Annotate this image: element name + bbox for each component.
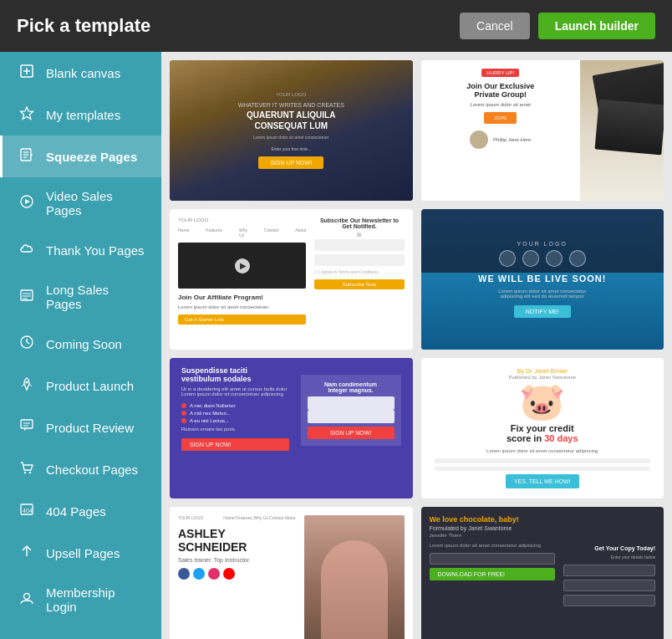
edit-icon (18, 147, 36, 166)
template-card-5[interactable]: Suspendisse taciti vestibulum sodales Ut… (170, 358, 413, 498)
sidebar-item-membership-login[interactable]: Membership Login (0, 574, 161, 626)
404-icon: 404 (18, 502, 36, 520)
svg-text:404: 404 (23, 508, 33, 514)
clock-icon (18, 335, 36, 353)
header-buttons: Cancel Launch builder (460, 13, 655, 39)
sidebar-item-squeeze-pages[interactable]: Squeeze Pages (0, 135, 161, 177)
sidebar-item-upsell-pages[interactable]: Upsell Pages (0, 532, 161, 574)
rocket-icon (18, 376, 36, 395)
launch-builder-button[interactable]: Launch builder (538, 13, 655, 39)
sidebar-item-checkout-pages[interactable]: Checkout Pages (0, 448, 161, 490)
sidebar-item-label: Coming Soon (46, 337, 122, 351)
svg-marker-9 (25, 199, 30, 204)
sidebar-item-product-launch[interactable]: Product Launch (0, 365, 161, 406)
sidebar-item-label: Product Launch (46, 379, 134, 393)
svg-rect-18 (21, 420, 33, 428)
sidebar-item-label: Thank You Pages (46, 243, 145, 258)
template-card-7[interactable]: YOUR LOGOHome Features Why Us Contact Ab… (170, 507, 413, 639)
sidebar-item-label: 404 Pages (46, 504, 106, 519)
review-icon (18, 418, 36, 437)
svg-point-21 (24, 472, 26, 473)
svg-point-26 (24, 594, 30, 600)
template-card-3[interactable]: YOUR LOGO HomeFeaturesWhy UsContactAbout… (170, 209, 413, 350)
sidebar-item-coming-soon[interactable]: Coming Soon (0, 323, 161, 365)
svg-point-17 (26, 381, 28, 384)
main-layout: Blank canvas My templates Squeeze Pages … (0, 52, 672, 639)
cancel-button[interactable]: Cancel (460, 13, 530, 39)
cart-icon (18, 460, 36, 478)
template-card-1[interactable]: YOUR LOGO WHATEVER IT WRITES AND CREATES… (170, 60, 413, 201)
sidebar-item-blank-canvas[interactable]: Blank canvas (0, 52, 161, 94)
list-icon (18, 288, 36, 306)
sidebar-item-label: Checkout Pages (46, 463, 138, 477)
template-card-2[interactable]: HURRY UP! Join Our ExclusivePrivate Grou… (421, 60, 664, 201)
sidebar-item-thank-you-pages[interactable]: Thank You Pages (0, 229, 161, 271)
template-card-4[interactable]: YOUR LOGO WE WILL BE LIVE SOON! Lorem ip… (421, 209, 664, 350)
sidebar-item-label: Product Review (46, 421, 134, 435)
sidebar-item-my-templates[interactable]: My templates (0, 94, 161, 135)
svg-point-22 (29, 472, 31, 473)
sidebar-item-label: Long Sales Pages (46, 283, 146, 311)
sidebar-item-product-review[interactable]: Product Review (0, 406, 161, 448)
canvas-icon (18, 64, 36, 82)
user-icon (18, 590, 36, 609)
templates-grid: YOUR LOGO WHATEVER IT WRITES AND CREATES… (170, 60, 664, 639)
svg-line-16 (27, 342, 29, 344)
sidebar-item-label: Squeeze Pages (46, 150, 137, 164)
upsell-icon (18, 544, 36, 562)
sidebar-item-label: My templates (46, 108, 120, 122)
sidebar-item-label: Video Sales Pages (46, 189, 146, 217)
template-card-6[interactable]: By Dr. Janet BrownPublished by Janet Swa… (421, 358, 664, 498)
templates-content: YOUR LOGO WHATEVER IT WRITES AND CREATES… (161, 52, 672, 639)
star-icon (18, 105, 36, 124)
sidebar-item-label: Upsell Pages (46, 546, 120, 560)
sidebar-item-long-sales-pages[interactable]: Long Sales Pages (0, 271, 161, 323)
sidebar-item-404-pages[interactable]: 404 404 Pages (0, 490, 161, 532)
template-card-8[interactable]: We love chocolate, baby! Formulated by J… (421, 507, 664, 639)
sidebar-item-label: Membership Login (46, 585, 146, 614)
sidebar-item-video-sales-pages[interactable]: Video Sales Pages (0, 177, 161, 229)
cloud-icon (18, 241, 36, 259)
sidebar-item-label: Blank canvas (46, 66, 120, 80)
svg-marker-3 (21, 107, 33, 119)
header: Pick a template Cancel Launch builder (0, 0, 672, 52)
page-title: Pick a template (17, 15, 150, 37)
sidebar: Blank canvas My templates Squeeze Pages … (0, 52, 161, 639)
play-icon (18, 194, 36, 212)
